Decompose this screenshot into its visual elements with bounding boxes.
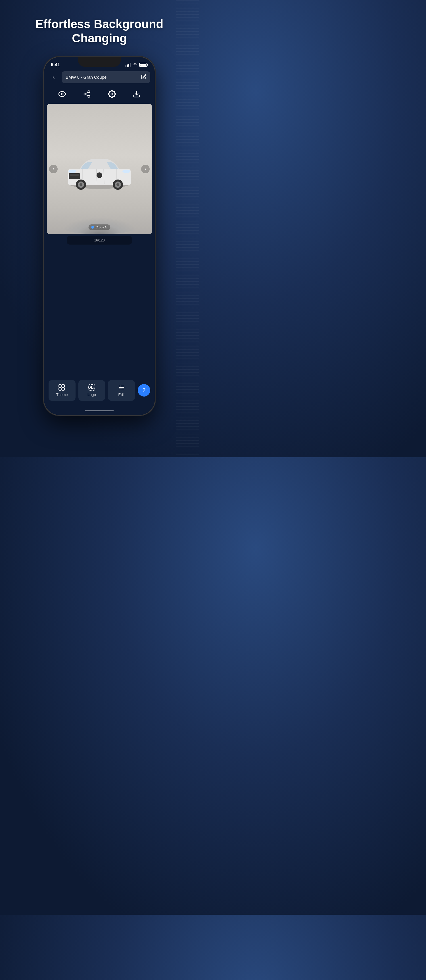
theme-icon [58, 384, 66, 391]
battery-icon [139, 63, 148, 67]
image-counter: 16/120 [67, 236, 132, 245]
svg-rect-28 [62, 385, 64, 387]
wifi-icon [132, 63, 137, 67]
logo-label: Logo [88, 393, 96, 397]
edit-icon[interactable] [141, 74, 146, 80]
status-icons [126, 63, 148, 67]
svg-rect-27 [59, 385, 61, 387]
theme-button[interactable]: Theme [49, 380, 76, 401]
svg-rect-29 [59, 388, 61, 390]
back-button[interactable]: ‹ [49, 72, 59, 83]
svg-point-6 [111, 93, 113, 95]
nav-bar: ‹ BMW 8 - Gran Coupe [44, 69, 155, 86]
svg-point-16 [68, 170, 76, 173]
svg-point-24 [116, 183, 119, 186]
notch [78, 57, 121, 67]
nav-title: BMW 8 - Gran Coupe [65, 75, 106, 80]
svg-line-4 [86, 95, 88, 96]
svg-point-1 [88, 91, 90, 92]
svg-point-0 [61, 93, 63, 95]
eye-button[interactable] [56, 88, 68, 100]
background-lines [176, 0, 199, 457]
theme-label: Theme [56, 393, 68, 397]
bottom-spacer [44, 246, 155, 377]
svg-point-17 [122, 170, 130, 173]
svg-rect-15 [70, 174, 79, 176]
download-button[interactable] [130, 88, 143, 100]
settings-button[interactable] [106, 88, 118, 100]
car-image-background: Cropy AI ‹ › [47, 104, 152, 235]
svg-point-3 [88, 95, 90, 97]
toolbar [44, 86, 155, 104]
logo-button[interactable]: Logo [78, 380, 105, 401]
phone-frame: 9:41 [44, 57, 155, 415]
prev-image-button[interactable]: ‹ [49, 165, 58, 173]
signal-icon [126, 63, 130, 67]
svg-line-5 [86, 92, 88, 94]
next-image-button[interactable]: › [141, 165, 149, 173]
help-button[interactable]: ? [138, 384, 150, 396]
bottom-toolbar: Theme Logo [44, 377, 155, 406]
edit-button[interactable]: Edit [108, 380, 135, 401]
svg-point-21 [79, 183, 83, 186]
svg-point-2 [84, 93, 86, 95]
home-indicator-bar [85, 410, 114, 411]
svg-rect-30 [62, 388, 64, 390]
edit-label: Edit [118, 393, 124, 397]
watermark: Cropy AI [88, 224, 110, 230]
home-indicator [44, 406, 155, 415]
share-button[interactable] [81, 88, 93, 100]
edit-toolbar-icon [118, 384, 126, 391]
car-image-container: Cropy AI ‹ › [47, 104, 152, 235]
car-image [60, 143, 139, 194]
watermark-dot [91, 226, 94, 229]
phone-screen: 9:41 [44, 57, 155, 415]
watermark-text: Cropy AI [95, 226, 107, 229]
nav-title-bar: BMW 8 - Gran Coupe [62, 71, 150, 83]
status-time: 9:41 [51, 62, 60, 67]
svg-point-18 [97, 172, 102, 178]
logo-icon [88, 384, 96, 391]
page-headline: Effortless Background Changing [19, 17, 180, 46]
